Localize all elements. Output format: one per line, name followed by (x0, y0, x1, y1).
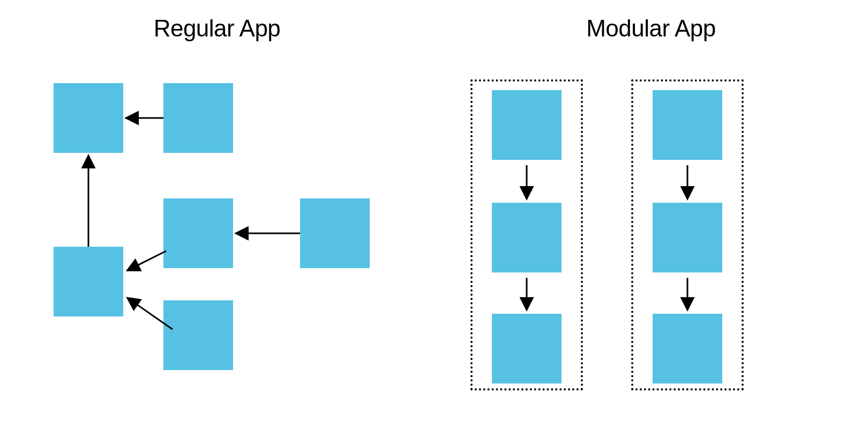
regular-node-4 (300, 198, 370, 268)
modular-app-title: Modular App (434, 15, 868, 42)
modular-node-2a (653, 90, 722, 160)
diagram-container: Regular App Modular App (0, 0, 868, 428)
modular-node-1a (492, 90, 562, 160)
regular-app-panel: Regular App (0, 0, 434, 428)
modular-node-2b (653, 203, 722, 272)
regular-node-2 (163, 83, 233, 153)
regular-node-6 (163, 300, 233, 370)
regular-app-title: Regular App (0, 15, 434, 42)
modular-node-1b (492, 203, 562, 272)
regular-node-1 (54, 83, 123, 153)
arrow-r3-r5 (129, 251, 166, 270)
regular-node-5 (54, 247, 123, 316)
modular-app-panel: Modular App (434, 0, 868, 428)
regular-node-3 (163, 198, 233, 268)
modular-node-2c (653, 314, 722, 383)
modular-node-1c (492, 314, 562, 383)
